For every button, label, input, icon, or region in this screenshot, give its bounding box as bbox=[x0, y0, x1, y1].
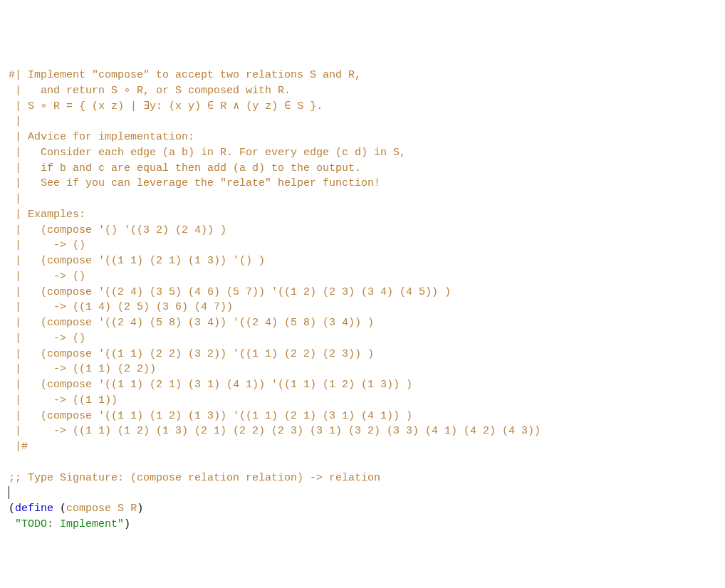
comment-line: | (compose '((1 1) (2 1) (1 3)) '() ) bbox=[9, 253, 716, 269]
comment-line: | (compose '((1 1) (2 2) (3 2)) '((1 1) … bbox=[9, 347, 716, 362]
comment-line: | Examples: bbox=[9, 207, 716, 223]
comment-line: | S ∘ R = { (x z) | ∃y: (x y) ∈ R ∧ (y z… bbox=[9, 99, 716, 115]
comment-line: | (compose '((2 4) (3 5) (4 6) (5 7)) '(… bbox=[9, 285, 716, 300]
define-line: (define (compose S R) bbox=[9, 501, 716, 517]
body-line: "TODO: Implement") bbox=[9, 517, 716, 532]
code-block: #| Implement "compose" to accept two rel… bbox=[9, 68, 716, 532]
comment-line: | (compose '((2 4) (5 8) (3 4)) '((2 4) … bbox=[9, 315, 716, 331]
close-paren: ) bbox=[124, 518, 130, 530]
param: S bbox=[118, 503, 124, 515]
comment-line: | (compose '() '((3 2) (2 4)) ) bbox=[9, 223, 716, 238]
comment-line: | -> () bbox=[9, 331, 716, 347]
comment-line: | -> ((1 1) (2 2)) bbox=[9, 362, 716, 377]
comment-line: | See if you can leverage the "relate" h… bbox=[9, 176, 716, 191]
comment-line: |# bbox=[9, 439, 716, 455]
comment-line: | (compose '((1 1) (1 2) (1 3)) '((1 1) … bbox=[9, 409, 716, 424]
comment-line: ;; Type Signature: (compose relation rel… bbox=[9, 471, 716, 486]
close-paren: ) bbox=[137, 503, 143, 515]
comment-line: | bbox=[9, 114, 716, 130]
comment-line: | -> ((1 1) (1 2) (1 3) (2 1) (2 2) (2 3… bbox=[9, 424, 716, 439]
string-literal: "TODO: Implement" bbox=[15, 518, 124, 530]
comment-line: | and return S ∘ R, or S composed with R… bbox=[9, 83, 716, 99]
comment-line: | Advice for implementation: bbox=[9, 130, 716, 145]
comment-line: | bbox=[9, 191, 716, 207]
text-cursor bbox=[9, 486, 9, 499]
comment-line: | -> ((1 1)) bbox=[9, 393, 716, 409]
comment-line: | (compose '((1 1) (2 1) (3 1) (4 1)) '(… bbox=[9, 377, 716, 393]
keyword-define: define bbox=[15, 503, 53, 515]
open-paren: ( bbox=[9, 503, 15, 515]
comment-line: | if b and c are equal then add (a d) to… bbox=[9, 161, 716, 177]
param: R bbox=[130, 503, 137, 515]
func-name: compose bbox=[66, 503, 111, 515]
comment-line: | -> () bbox=[9, 238, 716, 253]
comment-line: | -> ((1 4) (2 5) (3 6) (4 7)) bbox=[9, 300, 716, 315]
open-paren: ( bbox=[60, 503, 66, 515]
comment-line: | -> () bbox=[9, 269, 716, 285]
cursor-line[interactable] bbox=[9, 485, 716, 501]
blank-line bbox=[9, 455, 716, 471]
comment-line: #| Implement "compose" to accept two rel… bbox=[9, 68, 716, 83]
comment-line: | Consider each edge (a b) in R. For eve… bbox=[9, 145, 716, 161]
